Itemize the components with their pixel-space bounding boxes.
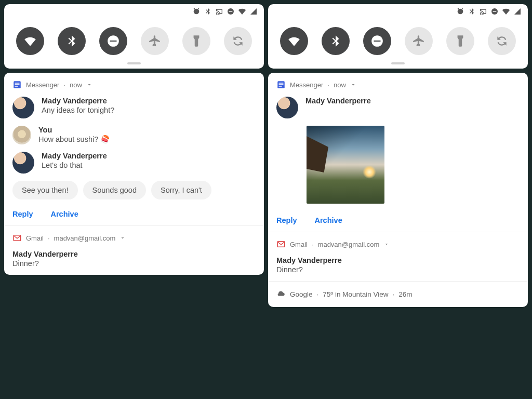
- dot-separator: ·: [317, 290, 319, 298]
- dot-separator: ·: [63, 81, 65, 89]
- message-body: Any ideas for tonight?: [42, 106, 114, 114]
- message-body: How about sushi? 🍣: [38, 135, 110, 144]
- app-name: Messenger: [290, 81, 323, 89]
- dnd-tile[interactable]: [99, 27, 127, 55]
- wifi-icon: [502, 7, 510, 17]
- message-body: Let's do that: [42, 161, 107, 169]
- svg-rect-3: [110, 41, 117, 42]
- email-subject: Dinner?: [12, 259, 256, 268]
- smart-reply-row: See you then! Sounds good Sorry, I can't: [12, 181, 256, 200]
- flashlight-tile[interactable]: [182, 27, 210, 55]
- flashlight-tile[interactable]: [446, 27, 474, 55]
- chevron-down-icon[interactable]: [86, 82, 92, 88]
- messenger-notification[interactable]: Messenger · now Mady Vanderperre Reply A…: [268, 73, 528, 232]
- message-item: You How about sushi? 🍣: [12, 126, 256, 144]
- notification-header[interactable]: Gmail · madvan@gmail.com: [276, 240, 520, 249]
- notification-header[interactable]: Messenger · now: [12, 80, 256, 89]
- signal-icon: [513, 7, 522, 17]
- email-subject: Dinner?: [276, 265, 520, 274]
- chevron-down-icon[interactable]: [383, 241, 390, 247]
- svg-rect-14: [279, 83, 284, 84]
- wifi-tile[interactable]: [16, 27, 44, 55]
- drag-handle[interactable]: [127, 62, 141, 64]
- app-name: Messenger: [26, 81, 59, 89]
- airplane-tile[interactable]: [405, 27, 433, 55]
- status-bar: [268, 4, 528, 18]
- svg-rect-12: [374, 41, 381, 42]
- bluetooth-icon: [204, 7, 212, 17]
- avatar: [276, 97, 298, 118]
- cloud-icon: [276, 289, 286, 300]
- email-from: Mady Vanderperre: [12, 250, 256, 258]
- quick-settings-tiles: [4, 18, 264, 60]
- notification-actions: Reply Archive: [276, 211, 520, 224]
- wifi-tile[interactable]: [280, 27, 308, 55]
- bluetooth-tile[interactable]: [322, 27, 350, 55]
- quick-settings-tiles: [268, 18, 528, 60]
- sender-name: Mady Vanderperre: [42, 152, 107, 160]
- weather-provider: Google: [290, 290, 313, 298]
- chevron-down-icon[interactable]: [119, 235, 126, 241]
- avatar: [12, 126, 31, 144]
- gmail-notification[interactable]: Gmail · madvan@gmail.com Mady Vanderperr…: [268, 232, 528, 281]
- smart-reply-chip[interactable]: Sorry, I can't: [151, 181, 211, 200]
- sender-name: Mady Vanderperre: [305, 97, 371, 105]
- alarm-icon: [456, 7, 464, 17]
- avatar: [12, 152, 34, 174]
- dot-separator: ·: [312, 241, 314, 248]
- notification-time: now: [70, 81, 82, 89]
- svg-rect-15: [279, 84, 284, 85]
- smart-reply-chip[interactable]: Sounds good: [83, 181, 146, 200]
- message-item: Mady Vanderperre: [276, 97, 520, 118]
- svg-rect-10: [493, 11, 497, 11]
- svg-rect-1: [229, 11, 233, 11]
- reply-action[interactable]: Reply: [276, 216, 297, 224]
- quick-settings-panel: [268, 4, 528, 69]
- bluetooth-tile[interactable]: [58, 27, 86, 55]
- notification-actions: Reply Archive: [12, 205, 256, 218]
- gmail-app-icon: [276, 240, 286, 249]
- sender-name: You: [38, 126, 110, 134]
- right-panel: Messenger · now Mady Vanderperre Reply A…: [268, 4, 528, 395]
- reply-action[interactable]: Reply: [12, 210, 33, 218]
- airplane-tile[interactable]: [141, 27, 169, 55]
- message-item: Mady Vanderperre Any ideas for tonight?: [12, 97, 256, 118]
- email-from: Mady Vanderperre: [276, 256, 520, 264]
- archive-action[interactable]: Archive: [51, 210, 78, 218]
- cast-icon: [215, 7, 223, 17]
- quick-settings-panel: [4, 4, 264, 69]
- chevron-down-icon[interactable]: [350, 82, 356, 88]
- app-name: Gmail: [290, 241, 308, 248]
- gmail-app-icon: [12, 233, 22, 243]
- bluetooth-icon: [468, 7, 476, 17]
- messenger-notification[interactable]: Messenger · now Mady Vanderperre Any ide…: [4, 73, 264, 225]
- notification-header[interactable]: Messenger · now: [276, 80, 520, 89]
- dnd-icon: [490, 7, 499, 17]
- dot-separator: ·: [327, 81, 329, 89]
- sender-name: Mady Vanderperre: [42, 97, 114, 105]
- status-bar: [4, 4, 264, 18]
- left-panel: Messenger · now Mady Vanderperre Any ide…: [4, 4, 264, 395]
- weather-notification[interactable]: Google · 75º in Mountain View · 26m: [268, 282, 528, 307]
- gmail-account: madvan@gmail.com: [318, 241, 380, 248]
- weather-age: 26m: [398, 290, 412, 298]
- image-attachment[interactable]: [307, 126, 384, 204]
- notifications-card: Messenger · now Mady Vanderperre Any ide…: [4, 73, 264, 275]
- dnd-tile[interactable]: [363, 27, 391, 55]
- app-name: Gmail: [26, 234, 44, 242]
- messenger-app-icon: [276, 80, 286, 89]
- archive-action[interactable]: Archive: [315, 216, 342, 224]
- smart-reply-chip[interactable]: See you then!: [12, 181, 78, 200]
- svg-rect-6: [15, 84, 20, 85]
- drag-handle[interactable]: [391, 62, 405, 64]
- rotation-tile[interactable]: [488, 27, 516, 55]
- avatar: [12, 97, 34, 118]
- messenger-app-icon: [12, 80, 22, 89]
- wifi-icon: [238, 7, 246, 17]
- svg-rect-16: [279, 86, 282, 87]
- rotation-tile[interactable]: [224, 27, 252, 55]
- svg-rect-5: [15, 83, 20, 84]
- message-item: Mady Vanderperre Let's do that: [12, 152, 256, 174]
- notification-header[interactable]: Gmail · madvan@gmail.com: [12, 233, 256, 243]
- gmail-notification[interactable]: Gmail · madvan@gmail.com Mady Vanderperr…: [4, 226, 264, 275]
